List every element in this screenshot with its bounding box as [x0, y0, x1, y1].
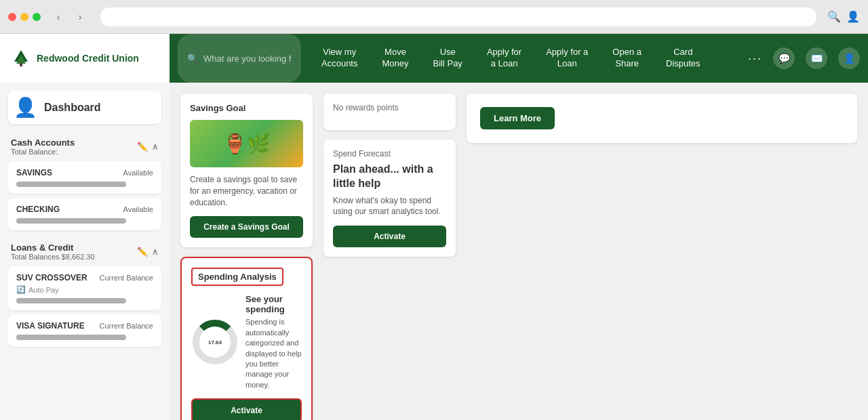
- content-area: Savings Goal 🏺🌿 Create a savings goal to…: [170, 83, 868, 420]
- no-rewards-text: No rewards points: [333, 103, 446, 112]
- checking-balance-bar: [16, 218, 126, 224]
- maximize-button[interactable]: [33, 13, 41, 21]
- search-bar[interactable]: 🔍: [178, 34, 301, 83]
- create-savings-goal-button[interactable]: Create a Savings Goal: [190, 216, 303, 238]
- autopay-label: Auto Pay: [28, 286, 59, 294]
- profile-icon[interactable]: 👤: [838, 47, 860, 69]
- visa-type: VISA SIGNATURE: [16, 321, 85, 331]
- dashboard-title: Dashboard: [44, 102, 101, 114]
- cash-section-subtitle: Total Balance:: [11, 148, 75, 156]
- spending-content: 17.64 See your spending Spending is auto…: [191, 294, 302, 390]
- loans-section: Loans & Credit Total Balances $8,662.30 …: [8, 237, 161, 347]
- suv-account-card: SUV CROSSOVER Current Balance 🔄 Auto Pay: [8, 266, 161, 310]
- search-icon: 🔍: [187, 54, 198, 64]
- nav-items: View my Accounts Move Money Use Bill Pay…: [309, 34, 740, 83]
- browser-chrome: ‹ › 🔍 👤: [0, 0, 868, 34]
- browser-search-icon[interactable]: 🔍: [827, 10, 841, 23]
- cash-collapse-icon[interactable]: ∧: [152, 142, 159, 152]
- checking-balance-label: Available: [123, 205, 153, 213]
- loans-collapse-icon[interactable]: ∧: [152, 247, 159, 257]
- savings-goal-widget: Savings Goal 🏺🌿 Create a savings goal to…: [180, 93, 313, 247]
- visa-account-card: VISA SIGNATURE Current Balance: [8, 314, 161, 347]
- spend-forecast-widget: Spend Forecast Plan ahead... with a litt…: [323, 140, 456, 257]
- spending-analysis-widget: Spending Analysis 17.64 See your spendin…: [180, 257, 313, 420]
- search-input[interactable]: [203, 54, 292, 64]
- rewards-widget: No rewards points: [323, 93, 456, 130]
- nav-card-disputes[interactable]: Card Disputes: [654, 34, 713, 83]
- spend-forecast-label: Spend Forecast: [333, 149, 446, 159]
- spending-desc: Spending is automatically categorized an…: [245, 317, 302, 390]
- logo-text: Redwood Credit Union: [37, 53, 139, 64]
- suv-balance-bar: [16, 298, 126, 303]
- app: Redwood Credit Union 🔍 View my Accounts …: [0, 34, 868, 420]
- spend-forecast-activate-button[interactable]: Activate: [333, 226, 446, 247]
- savings-goal-desc: Create a savings goal to save for an eme…: [190, 174, 303, 208]
- savings-balance-label: Available: [123, 169, 153, 177]
- mail-icon[interactable]: ✉️: [806, 47, 827, 69]
- spend-forecast-heading: Plan ahead... with a little help: [333, 163, 446, 191]
- loans-section-subtitle: Total Balances $8,662.30: [11, 253, 95, 261]
- nav-open-share[interactable]: Open a Share: [600, 34, 654, 83]
- visa-balance-label: Current Balance: [100, 322, 154, 330]
- nav-actions: ··· 💬 ✉️ 👤: [740, 34, 868, 83]
- top-nav: Redwood Credit Union 🔍 View my Accounts …: [0, 34, 868, 83]
- spending-analysis-title: Spending Analysis: [191, 268, 283, 286]
- svg-text:17.64: 17.64: [208, 339, 222, 345]
- suv-type: SUV CROSSOVER: [16, 273, 87, 282]
- savings-type: SAVINGS: [16, 168, 52, 177]
- more-options-button[interactable]: ···: [748, 51, 762, 66]
- nav-apply-loan[interactable]: Apply for a Loan: [475, 34, 534, 83]
- nav-move-money[interactable]: Move Money: [370, 34, 420, 83]
- loans-edit-icon[interactable]: ✏️: [137, 247, 148, 257]
- suv-balance-label: Current Balance: [100, 274, 154, 282]
- autopay-icon: 🔄: [16, 285, 26, 294]
- savings-goal-title: Savings Goal: [190, 103, 303, 113]
- cash-section-icons: ✏️ ∧: [137, 142, 159, 152]
- nav-bill-pay[interactable]: Use Bill Pay: [421, 34, 475, 83]
- spending-heading: See your spending: [245, 294, 302, 314]
- avatar-icon: 👤: [14, 96, 37, 119]
- nav-view-accounts[interactable]: View my Accounts: [309, 34, 370, 83]
- savings-account-card: SAVINGS Available: [8, 161, 161, 194]
- cash-section-title: Cash Accounts: [11, 138, 75, 148]
- main-area: 👤 Dashboard Cash Accounts Total Balance:…: [0, 83, 868, 420]
- mid-col: No rewards points Spend Forecast Plan ah…: [323, 93, 456, 409]
- cash-accounts-section: Cash Accounts Total Balance: ✏️ ∧ SAVING…: [8, 132, 161, 230]
- visa-balance-bar: [16, 335, 126, 340]
- traffic-lights: [8, 13, 41, 21]
- browser-share-icon[interactable]: 👤: [846, 10, 860, 23]
- learn-more-button[interactable]: Learn More: [480, 107, 555, 129]
- left-col: Savings Goal 🏺🌿 Create a savings goal to…: [180, 93, 313, 409]
- browser-nav-arrows: ‹ ›: [49, 7, 90, 26]
- url-bar[interactable]: [100, 7, 816, 26]
- nav-apply-for-loan[interactable]: Apply for a Loan: [534, 34, 600, 83]
- loans-section-title: Loans & Credit: [11, 243, 95, 253]
- spending-activate-button[interactable]: Activate: [191, 398, 302, 420]
- spend-forecast-desc: Know what's okay to spend using our smar…: [333, 195, 446, 218]
- loans-section-header: Loans & Credit Total Balances $8,662.30 …: [8, 237, 161, 266]
- learn-more-widget: Learn More: [467, 93, 857, 143]
- savings-balance-bar: [16, 182, 126, 187]
- user-header: 👤 Dashboard: [8, 91, 161, 124]
- chat-icon[interactable]: 💬: [773, 47, 795, 69]
- svg-rect-2: [20, 63, 22, 66]
- checking-type: CHECKING: [16, 205, 60, 214]
- checking-account-card: CHECKING Available: [8, 198, 161, 230]
- cash-section-header: Cash Accounts Total Balance: ✏️ ∧: [8, 132, 161, 161]
- back-arrow[interactable]: ‹: [49, 7, 68, 26]
- browser-actions: 🔍 👤: [827, 10, 860, 23]
- spending-donut-chart: 17.64: [191, 318, 239, 366]
- savings-goal-image: 🏺🌿: [190, 120, 303, 167]
- right-col: Learn More: [467, 93, 857, 409]
- minimize-button[interactable]: [20, 13, 28, 21]
- close-button[interactable]: [8, 13, 16, 21]
- logo-icon: [11, 48, 31, 68]
- cash-edit-icon[interactable]: ✏️: [137, 142, 148, 152]
- forward-arrow[interactable]: ›: [71, 7, 90, 26]
- logo-area: Redwood Credit Union: [0, 34, 170, 83]
- sidebar: 👤 Dashboard Cash Accounts Total Balance:…: [0, 83, 170, 420]
